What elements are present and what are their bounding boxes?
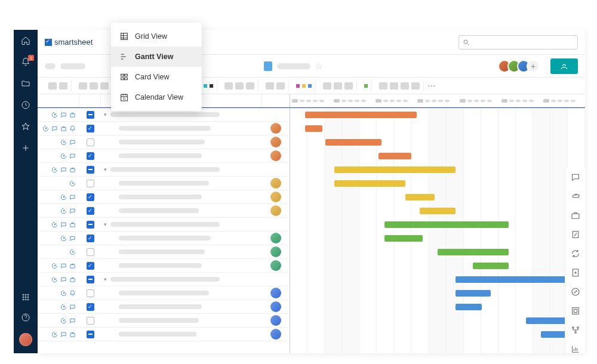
toolbar-button[interactable] xyxy=(59,82,67,90)
activity-icon[interactable] xyxy=(571,287,580,297)
comment-icon[interactable] xyxy=(69,304,76,310)
assignee-cell[interactable] xyxy=(262,246,290,257)
assignee-avatar[interactable] xyxy=(270,178,281,189)
task-name-cell[interactable] xyxy=(109,208,262,213)
assignee-cell[interactable] xyxy=(262,315,290,326)
assignee-cell[interactable] xyxy=(262,123,290,134)
assignee-cell[interactable] xyxy=(262,137,290,147)
briefcase-icon[interactable] xyxy=(571,211,580,220)
attach-icon[interactable] xyxy=(51,112,58,118)
comment-icon[interactable] xyxy=(69,153,76,159)
attach-icon[interactable] xyxy=(51,331,58,338)
comment-icon[interactable] xyxy=(60,221,67,228)
attach-icon[interactable] xyxy=(60,139,67,146)
attach-icon[interactable] xyxy=(51,276,58,283)
lock-icon[interactable] xyxy=(69,263,76,269)
gantt-bar[interactable] xyxy=(384,221,508,228)
checkbox[interactable] xyxy=(87,317,94,325)
refresh-icon[interactable] xyxy=(571,249,580,258)
task-name-cell[interactable] xyxy=(109,195,262,199)
checkbox[interactable] xyxy=(87,193,94,201)
toolbar-button[interactable] xyxy=(246,82,254,90)
search-input[interactable] xyxy=(458,35,578,50)
publish-icon[interactable] xyxy=(571,306,580,316)
assignee-cell[interactable] xyxy=(262,301,290,312)
assignee-avatar[interactable] xyxy=(270,329,281,340)
assignee-avatar[interactable] xyxy=(270,260,281,271)
gantt-bar[interactable] xyxy=(526,317,567,324)
checkbox[interactable] xyxy=(87,138,94,146)
brand-logo[interactable]: smartsheet xyxy=(45,38,93,47)
checkbox[interactable] xyxy=(87,152,94,160)
favorite-star-icon[interactable]: ☆ xyxy=(315,61,323,71)
assignee-avatar[interactable] xyxy=(270,137,281,147)
proofs-icon[interactable] xyxy=(571,230,580,239)
assignee-avatar[interactable] xyxy=(270,123,281,134)
task-name-cell[interactable] xyxy=(109,291,262,295)
task-row[interactable] xyxy=(38,204,290,218)
attach-icon[interactable] xyxy=(60,317,67,324)
task-name-cell[interactable] xyxy=(109,153,262,158)
collaborator-avatars[interactable]: + xyxy=(501,60,540,73)
attach-icon[interactable] xyxy=(42,125,49,132)
reminder-icon[interactable] xyxy=(69,125,76,132)
checkbox[interactable] xyxy=(87,207,94,215)
gantt-chart[interactable] xyxy=(290,108,585,353)
attach-icon[interactable] xyxy=(51,221,58,228)
color-swatch-dark[interactable] xyxy=(210,84,213,88)
attach-icon[interactable] xyxy=(51,166,58,173)
attach-icon[interactable] xyxy=(60,235,67,242)
toolbar-button[interactable] xyxy=(224,82,233,90)
task-row[interactable] xyxy=(38,190,290,204)
assignee-cell[interactable] xyxy=(262,233,290,243)
gantt-bar[interactable] xyxy=(541,331,567,338)
comment-icon[interactable] xyxy=(69,317,76,324)
task-name-cell[interactable] xyxy=(109,236,262,240)
lock-icon[interactable] xyxy=(69,331,76,338)
view-option-gantt[interactable]: Gantt View xyxy=(111,47,202,67)
task-row[interactable] xyxy=(38,328,290,341)
expand-toggle[interactable]: ▾ xyxy=(101,112,109,118)
task-name-cell[interactable] xyxy=(109,332,262,337)
assignee-cell[interactable] xyxy=(262,260,290,271)
checkbox[interactable] xyxy=(87,331,94,338)
view-option-card[interactable]: Card View xyxy=(111,67,202,87)
task-name-cell[interactable] xyxy=(109,181,262,186)
gantt-bar[interactable] xyxy=(325,139,381,146)
comment-icon[interactable] xyxy=(69,235,76,242)
color-swatch-magenta[interactable] xyxy=(296,84,300,88)
toolbar-button[interactable] xyxy=(344,82,353,90)
gantt-bar[interactable] xyxy=(473,263,508,269)
task-name-cell[interactable] xyxy=(109,140,262,144)
task-row[interactable] xyxy=(38,149,290,163)
attach-icon[interactable] xyxy=(60,304,67,310)
workflow-icon[interactable] xyxy=(571,325,580,335)
attach-icon[interactable] xyxy=(69,180,76,187)
gantt-bar[interactable] xyxy=(456,276,568,283)
attach-icon[interactable] xyxy=(60,290,67,297)
add-collaborator-button[interactable]: + xyxy=(527,60,540,73)
add-file-icon[interactable] xyxy=(571,268,580,277)
gantt-bar[interactable] xyxy=(305,125,323,132)
gantt-bar[interactable] xyxy=(405,194,435,200)
task-row[interactable] xyxy=(38,300,290,314)
comment-icon[interactable] xyxy=(60,166,67,173)
tab-placeholder[interactable] xyxy=(45,63,56,69)
toolbar-button[interactable] xyxy=(235,82,244,90)
nav-avatar[interactable] xyxy=(19,333,32,346)
assignee-avatar[interactable] xyxy=(270,192,281,202)
view-option-calendar[interactable]: 31Calendar View xyxy=(111,87,202,107)
toolbar-button[interactable] xyxy=(48,82,57,90)
lock-icon[interactable] xyxy=(69,166,76,173)
checkbox[interactable] xyxy=(87,166,94,174)
task-row[interactable] xyxy=(38,177,290,190)
nav-help-icon[interactable] xyxy=(21,313,30,322)
gantt-bar[interactable] xyxy=(378,153,411,159)
checkbox[interactable] xyxy=(87,125,94,132)
view-option-grid[interactable]: Grid View xyxy=(111,26,202,47)
reminder-icon[interactable] xyxy=(69,290,76,297)
assignee-avatar[interactable] xyxy=(270,301,281,312)
color-swatch-green[interactable] xyxy=(364,84,368,88)
gantt-bar[interactable] xyxy=(456,290,491,297)
assignee-avatar[interactable] xyxy=(270,246,281,257)
